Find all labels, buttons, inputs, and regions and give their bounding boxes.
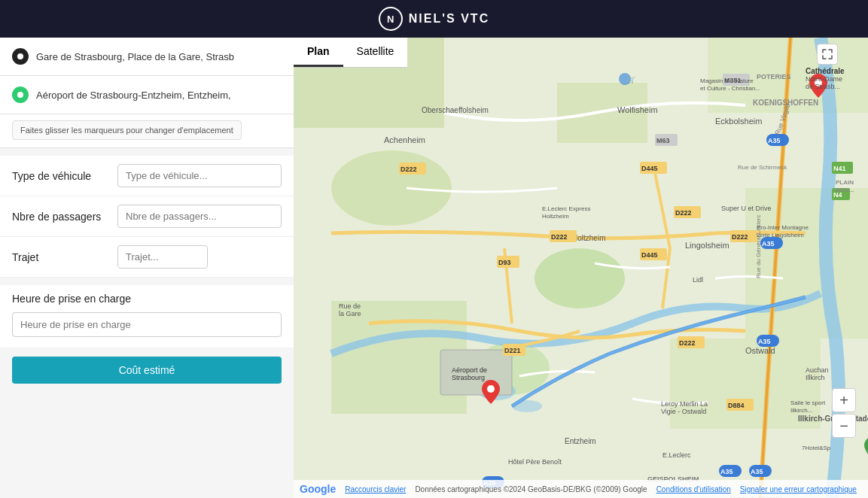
map-svg: Wolfisheim Achenheim Eckbolsheim KOENIGS… [294,38,868,498]
hint-text: Faites glisser les marqueurs pour change… [12,120,242,140]
svg-text:E.Leclerc Express: E.Leclerc Express [542,205,590,212]
svg-text:Lidl: Lidl [693,276,703,284]
svg-text:Oberschaeffolsheim: Oberschaeffolsheim [422,106,489,114]
svg-text:D222: D222 [732,233,748,241]
svg-text:D222: D222 [400,165,417,173]
pickup-input[interactable] [12,312,282,337]
svg-text:E.Leclerc: E.Leclerc [662,451,691,459]
location-row-2: Aéroport de Strasbourg-Entzheim, Entzhei… [0,76,294,114]
svg-point-102 [487,385,495,393]
sidebar: Gare de Strasbourg, Place de la Gare, St… [0,38,294,498]
zoom-in-button[interactable]: + [832,388,856,412]
vehicle-input[interactable] [117,164,282,187]
logo: N NIEL'S VTC [379,7,489,31]
expand-icon [822,49,833,59]
svg-point-11 [331,150,452,226]
svg-text:Salle le sport: Salle le sport [790,399,826,406]
passengers-input[interactable] [117,205,282,228]
hint-bar: Faites glisser les marqueurs pour change… [0,114,294,148]
svg-text:Pro-Inter Montagne: Pro-Inter Montagne [757,224,809,231]
location-dot-1 [12,48,29,65]
tab-plan[interactable]: Plan [294,38,343,67]
svg-point-0 [17,53,23,59]
pickup-section: Heure de prise en charge [0,285,294,348]
svg-text:verte Lingolsheim: verte Lingolsheim [757,232,804,238]
svg-text:Lingolsheim: Lingolsheim [685,241,729,250]
svg-text:Holtzheim: Holtzheim [572,234,605,242]
svg-text:🛒: 🛒 [628,76,635,84]
map-expand-button[interactable] [817,44,838,65]
map-footer: Google Raccourcis clavier Données cartog… [294,480,868,498]
svg-text:Ostwald: Ostwald [745,346,775,355]
trajet-input[interactable] [117,245,208,269]
svg-text:A35: A35 [768,137,781,144]
keyboard-shortcut-link[interactable]: Raccourcis clavier [345,485,406,493]
svg-text:Leroy Merlin La: Leroy Merlin La [661,400,708,408]
tab-satellite[interactable]: Satellite [343,38,408,67]
svg-text:Holtzheim: Holtzheim [542,213,569,220]
svg-text:Rue de Schirmeck: Rue de Schirmeck [738,164,787,171]
vehicle-row: Type de véhicule [0,156,294,196]
svg-text:Illkirch...: Illkirch... [790,407,812,414]
svg-text:A35: A35 [758,338,771,345]
svg-text:et Culture - Christian...: et Culture - Christian... [700,85,760,92]
svg-text:7Hotel&Sp: 7Hotel&Sp [802,445,831,451]
trajet-row: Trajet [0,237,294,278]
svg-text:D221: D221 [504,347,521,354]
svg-text:D445: D445 [641,165,658,172]
svg-text:Achenheim: Achenheim [384,135,425,144]
logo-icon: N [379,7,403,31]
svg-text:POTERIES: POTERIES [757,73,791,80]
svg-text:D222: D222 [679,339,696,347]
svg-text:Rue de: Rue de [339,302,361,310]
svg-text:de Strasb...: de Strasb... [806,83,840,90]
svg-text:M63: M63 [656,137,670,144]
svg-text:BOU...: BOU... [836,187,854,193]
location-dot-2 [12,87,29,103]
google-logo: Google [300,483,336,495]
map-controls: + − [832,388,856,438]
svg-text:la Gare: la Gare [339,310,361,317]
terms-link[interactable]: Conditions d'utilisation [656,485,731,493]
location-2-text: Aéroport de Strasbourg-Entzheim, Entzhei… [36,90,231,101]
location-row-1: Gare de Strasbourg, Place de la Gare, St… [0,38,294,76]
main-layout: Gare de Strasbourg, Place de la Gare, St… [0,38,868,498]
svg-text:D222: D222 [675,209,692,217]
svg-text:Auchan: Auchan [806,366,829,374]
svg-text:PLAIN: PLAIN [836,179,854,186]
svg-text:Vigie - Ostwald: Vigie - Ostwald [661,408,706,415]
svg-text:D222: D222 [551,233,568,241]
svg-point-1 [17,92,23,98]
app-header: N NIEL'S VTC [0,0,868,38]
svg-text:Cathédrale: Cathédrale [806,67,845,75]
passengers-label: Nbre de passagers [12,211,117,223]
svg-text:Entzheim: Entzheim [565,437,596,445]
map-area: Plan Satellite [294,38,868,498]
svg-text:Aéroport de: Aéroport de [452,366,487,374]
svg-text:Strasbourg: Strasbourg [452,374,485,381]
svg-text:Super U et Drive: Super U et Drive [721,205,772,212]
svg-text:D884: D884 [728,402,745,409]
svg-text:Wolfisheim: Wolfisheim [617,105,658,114]
svg-text:N41: N41 [833,165,846,172]
report-error-link[interactable]: Signaler une erreur cartographique [740,485,857,493]
trajet-label: Trajet [12,251,117,263]
map-background: Wolfisheim Achenheim Eckbolsheim KOENIGS… [294,38,868,498]
estimate-button[interactable]: Coût estimé [12,357,282,384]
logo-text: NIEL'S VTC [409,12,489,26]
location-icon-1 [16,52,25,61]
vehicle-section: Type de véhicule Nbre de passagers Traje… [0,156,294,278]
vehicle-label: Type de véhicule [12,170,117,182]
svg-text:Magasin Bio-Nature: Magasin Bio-Nature [700,77,754,84]
map-data-credit: Données cartographiques ©2024 GeoBasis-D… [415,485,647,493]
map-tabs: Plan Satellite [294,38,407,68]
location-1-text: Gare de Strasbourg, Place de la Gare, St… [36,51,234,62]
svg-text:D93: D93 [498,259,511,266]
svg-text:Illkirch: Illkirch [806,374,825,381]
location-icon-2 [16,90,25,99]
zoom-out-button[interactable]: − [832,414,856,438]
svg-text:A35: A35 [720,468,733,475]
svg-text:Notre-Dame: Notre-Dame [806,75,842,83]
svg-point-6 [535,248,625,308]
passengers-row: Nbre de passagers [0,196,294,237]
